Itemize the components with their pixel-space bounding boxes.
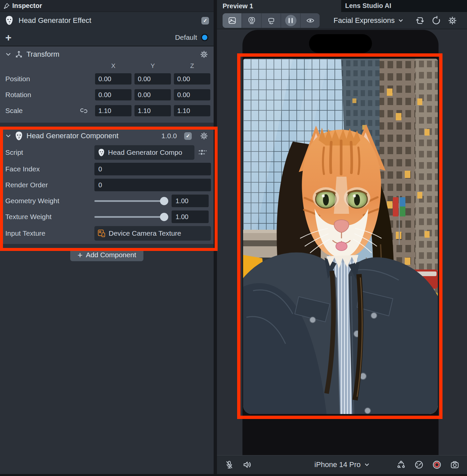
position-y-field[interactable]: 0.00 [134, 73, 171, 85]
axis-y-label: Y [134, 62, 171, 71]
component-enabled-checkbox[interactable]: ✓ [184, 132, 192, 140]
default-label: Default [175, 33, 197, 41]
texture-weight-field[interactable]: 1.00 [172, 210, 209, 223]
slider-handle[interactable] [160, 197, 168, 205]
geometry-weight-field[interactable]: 1.00 [172, 195, 209, 207]
entity-header-row[interactable]: Head Generator Effect ✓ [0, 12, 214, 29]
position-label: Position [5, 75, 80, 83]
rotate-3d-icon [267, 16, 276, 25]
slider-track [94, 216, 168, 218]
inspector-panel: Inspector Head Generator Effect ✓ + Defa… [0, 0, 214, 474]
face-index-label: Face Index [5, 165, 94, 173]
preview-mode-group [223, 13, 320, 28]
preview-viewport[interactable] [217, 29, 467, 455]
transform-header[interactable]: Transform [0, 46, 214, 62]
scale-x-field[interactable]: 1.10 [95, 105, 131, 116]
scale-row: Scale 1.10 1.10 1.10 [0, 103, 214, 119]
component-header[interactable]: Head Generator Component 1.0.0 ✓ [0, 128, 214, 144]
panel-divider[interactable] [214, 0, 217, 476]
plus-icon: + [78, 251, 82, 259]
reset-icon[interactable] [431, 16, 441, 26]
rotation-label: Rotation [5, 91, 80, 99]
chevron-down-icon [364, 462, 370, 467]
facial-expressions-label: Facial Expressions [334, 16, 395, 25]
script-value: Head Generator Compo [108, 149, 182, 156]
rotation-row: Rotation 0.00 0.00 0.00 [0, 87, 214, 103]
chevron-down-icon[interactable] [5, 133, 11, 139]
preview-bottombar: iPhone 14 Pro [217, 455, 467, 474]
face-index-row: Face Index 0 [0, 161, 214, 177]
record-icon[interactable] [432, 460, 441, 469]
preview-toolbar-right [415, 16, 461, 26]
input-texture-value: Device Camera Texture [109, 229, 181, 237]
pause-button[interactable] [281, 13, 300, 28]
webcam-icon [247, 16, 256, 25]
preview-photo-illustration [243, 59, 438, 414]
media-source-button[interactable] [223, 13, 241, 28]
axis-z-label: Z [174, 62, 210, 71]
input-texture-label: Input Texture [5, 229, 94, 237]
device-dropdown[interactable]: iPhone 14 Pro [314, 460, 369, 469]
scale-z-field[interactable]: 1.10 [174, 105, 210, 116]
chevron-down-icon [398, 18, 403, 23]
gear-icon[interactable] [200, 132, 208, 140]
tab-lens-studio-ai[interactable]: Lens Studio AI [341, 0, 467, 12]
scale-y-field[interactable]: 1.10 [134, 105, 171, 116]
script-label: Script [5, 149, 94, 156]
performance-gauge-icon[interactable] [414, 460, 424, 469]
rotation-y-field[interactable]: 0.00 [134, 89, 171, 100]
position-row: Position 0.00 0.00 0.00 [0, 71, 214, 87]
chevron-down-icon[interactable] [5, 51, 11, 57]
lens-studio-window: Inspector Head Generator Effect ✓ + Defa… [0, 0, 467, 476]
add-component-button[interactable]: + Add Component [70, 249, 143, 261]
share-nodes-icon[interactable] [396, 460, 406, 469]
texture-weight-label: Texture Weight [5, 213, 94, 221]
geometry-weight-slider[interactable] [94, 195, 168, 207]
head-generator-icon [5, 16, 14, 26]
rotation-x-field[interactable]: 0.00 [95, 89, 131, 100]
axis-x-label: X [95, 62, 131, 71]
tune-icon[interactable] [198, 149, 207, 156]
microphone-muted-icon[interactable] [225, 460, 234, 469]
input-texture-field[interactable]: Device Camera Texture [94, 226, 211, 241]
gear-icon[interactable] [447, 16, 457, 26]
eye-icon [306, 16, 315, 25]
script-value-field[interactable]: Head Generator Compo [94, 145, 194, 160]
preview-panel: Preview 1 Lens Studio AI [217, 0, 467, 474]
inspector-title: Inspector [12, 2, 42, 10]
texture-weight-slider[interactable] [94, 210, 168, 223]
transform-section: Transform X Y [0, 46, 214, 123]
pin-icon[interactable] [3, 3, 10, 9]
capture-controls [396, 460, 459, 469]
position-z-field[interactable]: 0.00 [174, 73, 210, 85]
facial-expressions-dropdown[interactable]: Facial Expressions [334, 16, 403, 25]
flip-camera-icon[interactable] [415, 16, 425, 26]
webcam-source-button[interactable] [242, 13, 261, 28]
slider-handle[interactable] [160, 213, 168, 221]
orbit-3d-button[interactable] [262, 13, 281, 28]
geometry-weight-row: Geometry Weight 1.00 [0, 193, 214, 209]
link-icon[interactable] [80, 107, 88, 115]
render-order-label: Render Order [5, 181, 94, 189]
entity-enabled-checkbox[interactable]: ✓ [201, 17, 209, 25]
inspector-add-row: + Default [0, 29, 214, 46]
tab-preview-1[interactable]: Preview 1 [217, 0, 341, 12]
gear-icon[interactable] [200, 50, 208, 59]
add-icon[interactable]: + [5, 32, 12, 43]
default-state-dot[interactable] [201, 34, 208, 41]
axis-header-row: X Y Z [0, 62, 214, 71]
rotation-z-field[interactable]: 0.00 [174, 89, 210, 100]
preview-toolbar: Facial Expressions [217, 12, 467, 29]
texture-weight-row: Texture Weight 1.00 [0, 209, 214, 225]
speaker-icon[interactable] [242, 460, 252, 469]
render-order-field[interactable]: 0 [94, 179, 211, 191]
visibility-button[interactable] [301, 13, 320, 28]
script-row: Script Head Generator Compo [0, 144, 214, 161]
face-index-field[interactable]: 0 [94, 163, 211, 175]
position-x-field[interactable]: 0.00 [95, 73, 131, 85]
render-order-row: Render Order 0 [0, 177, 214, 193]
device-frame [242, 30, 439, 455]
audio-controls [225, 460, 252, 469]
snapshot-camera-icon[interactable] [450, 460, 459, 469]
device-camera-texture-icon [98, 229, 106, 237]
